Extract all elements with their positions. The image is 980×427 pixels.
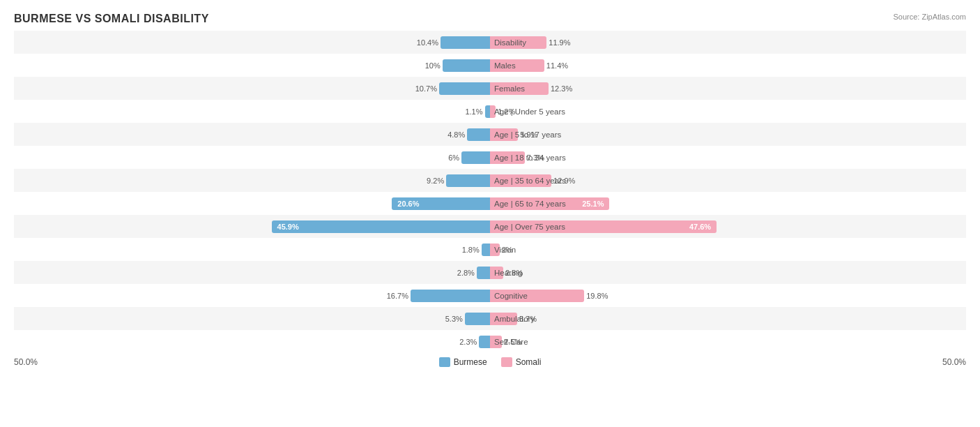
center-label: Disability	[490, 38, 530, 47]
bar-row: 4.8% Age | 5 to 17 years 5.9%	[14, 123, 966, 146]
chart-header: BURMESE VS SOMALI DISABILITY Source: Zip…	[14, 13, 966, 25]
center-label: Age | 5 to 17 years	[490, 130, 565, 139]
blue-bar	[485, 105, 491, 118]
blue-value-label: 6%	[448, 153, 461, 162]
bar-row: 10% Males 11.4%	[14, 54, 966, 77]
bar-row: 10.7% Females 12.3%	[14, 77, 966, 100]
center-label: Age | Over 75 years	[490, 223, 569, 231]
bar-row: 9.2% Age | 35 to 64 years 12.9%	[14, 169, 966, 192]
blue-bar	[446, 174, 490, 187]
legend-somali-label: Somali	[516, 357, 542, 367]
blue-bar	[443, 59, 490, 72]
blue-bar: 20.6%	[392, 197, 490, 210]
chart-legend: Burmese Somali	[38, 357, 942, 367]
blue-bar	[467, 128, 490, 141]
blue-value-label: 4.8%	[447, 130, 467, 139]
center-label: Vision	[490, 246, 520, 254]
bar-row: 2.8% Hearing 2.8%	[14, 261, 966, 284]
center-label: Age | 18 to 34 years	[490, 153, 570, 162]
legend-somali-color	[501, 357, 512, 367]
pink-value-inside: 47.6%	[689, 223, 711, 231]
pink-value-inside: 25.1%	[582, 200, 604, 208]
pink-value-label: 19.8%	[584, 292, 608, 300]
bar-row: 45.9% Age | Over 75 years 47.6%	[14, 215, 966, 238]
legend-somali: Somali	[501, 357, 542, 367]
pink-value-label: 11.9%	[546, 38, 570, 47]
blue-bar	[479, 336, 490, 348]
blue-bar	[477, 267, 490, 279]
pink-value-label: 11.4%	[544, 61, 568, 70]
blue-value-label: 5.3%	[445, 315, 465, 323]
blue-value-label: 1.8%	[462, 246, 482, 254]
bar-row: 2.3% Self-Care 2.5%	[14, 330, 966, 353]
chart-container: BURMESE VS SOMALI DISABILITY Source: Zip…	[0, 0, 980, 427]
blue-bar	[439, 82, 490, 95]
center-label: Age | Under 5 years	[490, 107, 569, 116]
bar-row: 16.7% Cognitive 19.8%	[14, 284, 966, 307]
legend-burmese-label: Burmese	[454, 357, 487, 367]
blue-value-inside: 45.9%	[277, 223, 299, 231]
blue-bar	[482, 244, 490, 256]
blue-value-label: 10.7%	[415, 84, 439, 93]
bar-row: 1.1% Age | Under 5 years 1.2%	[14, 100, 966, 123]
footer-right-label: 50.0%	[942, 357, 966, 367]
center-label: Females	[490, 84, 529, 93]
bar-row: 6% Age | 18 to 34 years 7.3%	[14, 146, 966, 169]
blue-value-label: 1.1%	[465, 107, 484, 116]
bar-row: 10.4% Disability 11.9%	[14, 31, 966, 54]
chart-title: BURMESE VS SOMALI DISABILITY	[14, 13, 209, 25]
bar-row: 5.3% Ambulatory 5.7%	[14, 307, 966, 330]
blue-value-label: 10%	[425, 61, 443, 70]
blue-value-label: 9.2%	[427, 177, 446, 185]
blue-value-inside: 20.6%	[397, 200, 419, 208]
legend-burmese: Burmese	[439, 357, 487, 367]
blue-bar	[441, 36, 490, 49]
chart-source: Source: ZipAtlas.com	[893, 13, 966, 21]
footer-left-label: 50.0%	[14, 357, 38, 367]
blue-bar: 45.9%	[272, 220, 490, 233]
chart-footer: 50.0% Burmese Somali 50.0%	[14, 357, 966, 367]
blue-value-label: 16.7%	[387, 292, 411, 300]
center-label: Ambulatory	[490, 315, 539, 323]
legend-burmese-color	[439, 357, 450, 367]
blue-value-label: 10.4%	[417, 38, 441, 47]
center-label: Age | 35 to 64 years	[490, 177, 570, 185]
blue-bar	[461, 151, 490, 164]
bar-row: 20.6% Age | 65 to 74 years 25.1%	[14, 192, 966, 215]
bar-row: 1.8% Vision 2%	[14, 238, 966, 261]
pink-value-label: 12.3%	[549, 84, 572, 93]
blue-bar	[411, 290, 490, 302]
center-label: Self-Care	[490, 338, 533, 346]
center-label: Males	[490, 61, 520, 70]
center-label: Age | 65 to 74 years	[490, 200, 570, 208]
blue-value-label: 2.8%	[457, 269, 477, 277]
center-label: Hearing	[490, 269, 526, 277]
chart-area: 10.4% Disability 11.9% 10%	[14, 31, 966, 353]
blue-value-label: 2.3%	[459, 338, 479, 346]
center-label: Cognitive	[490, 292, 532, 300]
blue-bar	[465, 313, 490, 325]
